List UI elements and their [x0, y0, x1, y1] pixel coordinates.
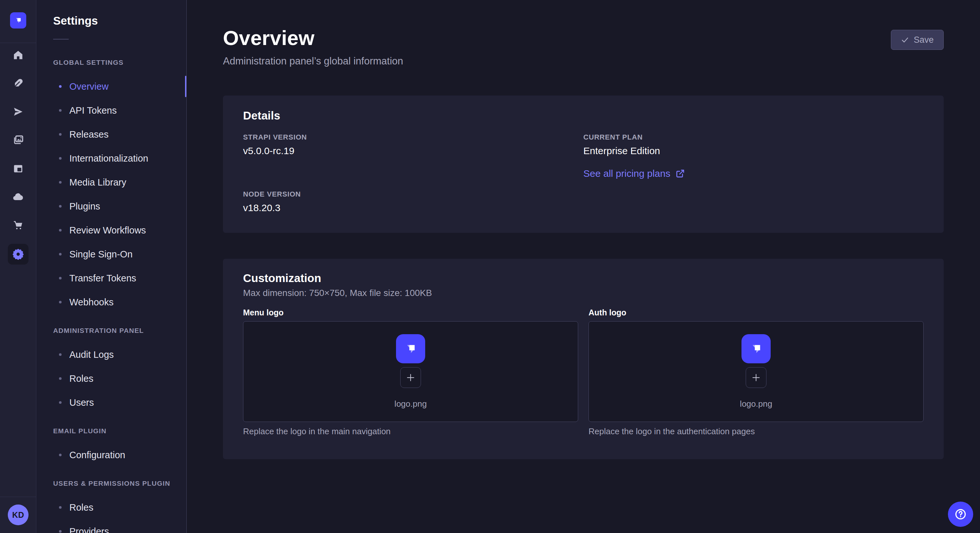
sidebar-item-internationalization[interactable]: Internationalization [36, 146, 186, 170]
pricing-plans-link[interactable]: See all pricing plans [583, 168, 670, 179]
sidebar-item-api-tokens[interactable]: API Tokens [36, 98, 186, 122]
logo-uploads-grid: Menu logo [243, 308, 924, 436]
save-button-label: Save [913, 35, 934, 45]
sidebar-item-admin-roles[interactable]: Roles [36, 366, 186, 390]
content-type-builder-layout-icon[interactable] [0, 159, 36, 178]
bullet-icon [59, 205, 62, 208]
bullet-icon [59, 181, 62, 184]
details-card-title: Details [243, 109, 924, 122]
auth-logo-caption: Replace the logo in the authentication p… [589, 427, 924, 436]
sidebar-item-label: Review Workflows [69, 225, 146, 236]
auth-logo-preview [741, 334, 771, 363]
current-plan-value: Enterprise Edition [583, 145, 924, 156]
icon-rail: KD [0, 0, 36, 533]
check-icon [901, 36, 909, 44]
sidebar-item-single-sign-on[interactable]: Single Sign-On [36, 242, 186, 266]
page-title: Overview [223, 28, 403, 48]
sidebar-item-label: Users [69, 397, 94, 408]
rail-divider [0, 43, 36, 43]
bullet-icon [59, 85, 62, 88]
strapi-version-field: STRAPI VERSION v5.0.0-rc.19 [243, 133, 583, 156]
settings-subnav: Settings GLOBAL SETTINGS Overview API To… [36, 0, 187, 533]
strapi-mark-icon [13, 16, 23, 25]
sidebar-item-overview[interactable]: Overview [36, 75, 186, 98]
current-plan-label: CURRENT PLAN [583, 133, 924, 141]
customization-card: Customization Max dimension: 750×750, Ma… [223, 259, 944, 459]
current-plan-field: CURRENT PLAN Enterprise Edition [583, 133, 924, 156]
pricing-plans-link-row[interactable]: See all pricing plans [583, 168, 924, 179]
sidebar-item-label: Overview [69, 81, 108, 92]
bullet-icon [59, 530, 62, 533]
strapi-admin-settings-page: KD Settings GLOBAL SETTINGS Overview API… [0, 0, 980, 533]
sidebar-item-label: Plugins [69, 201, 100, 212]
external-link-icon [676, 169, 685, 178]
sidebar-item-admin-users[interactable]: Users [36, 390, 186, 414]
user-avatar[interactable]: KD [8, 504, 29, 525]
strapi-mark-icon [748, 341, 764, 357]
node-version-field: NODE VERSION v18.20.3 [243, 190, 583, 213]
sidebar-item-transfer-tokens[interactable]: Transfer Tokens [36, 266, 186, 290]
bullet-icon [59, 506, 62, 509]
main-content: Overview Administration panel’s global i… [187, 0, 980, 533]
section-label-users-permissions-plugin: USERS & PERMISSIONS PLUGIN [36, 471, 186, 495]
bullet-icon [59, 109, 62, 112]
bullet-icon [59, 377, 62, 380]
sidebar-item-plugins[interactable]: Plugins [36, 194, 186, 218]
marketplace-cart-icon[interactable] [0, 216, 36, 235]
menu-logo-filename: logo.png [395, 399, 427, 409]
sidebar-item-label: Media Library [69, 177, 126, 188]
page-header-text: Overview Administration panel’s global i… [223, 28, 403, 67]
save-button[interactable]: Save [891, 30, 944, 50]
auth-logo-add-button[interactable] [746, 367, 767, 388]
settings-gear-active-tile[interactable] [8, 244, 29, 265]
details-grid: STRAPI VERSION v5.0.0-rc.19 NODE VERSION… [243, 133, 924, 213]
bullet-icon [59, 454, 62, 456]
content-feather-icon[interactable] [0, 73, 36, 93]
page-subtitle: Administration panel’s global informatio… [223, 56, 403, 67]
subnav-title-divider [53, 39, 69, 40]
bullet-icon [59, 253, 62, 255]
section-label-administration-panel: ADMINISTRATION PANEL [36, 319, 186, 343]
sidebar-item-label: Internationalization [69, 153, 148, 164]
sidebar-item-review-workflows[interactable]: Review Workflows [36, 218, 186, 242]
sidebar-item-media-library[interactable]: Media Library [36, 170, 186, 194]
sidebar-item-email-configuration[interactable]: Configuration [36, 443, 186, 467]
media-library-icon[interactable] [0, 130, 36, 150]
sidebar-item-releases[interactable]: Releases [36, 122, 186, 146]
node-version-value: v18.20.3 [243, 202, 583, 213]
email-plugin-list: Configuration [36, 443, 186, 467]
cloud-icon[interactable] [0, 187, 36, 206]
sidebar-item-up-providers[interactable]: Providers [36, 519, 186, 533]
sidebar-item-label: Configuration [69, 450, 126, 460]
strapi-version-value: v5.0.0-rc.19 [243, 145, 583, 156]
sidebar-item-label: Webhooks [69, 297, 114, 308]
help-button[interactable] [948, 501, 973, 527]
section-label-global-settings: GLOBAL SETTINGS [36, 51, 186, 75]
bullet-icon [59, 353, 62, 356]
bullet-icon [59, 301, 62, 303]
sidebar-item-audit-logs[interactable]: Audit Logs [36, 343, 186, 366]
releases-send-icon[interactable] [0, 102, 36, 121]
menu-logo-upload-box[interactable]: logo.png [243, 321, 578, 422]
menu-logo-add-button[interactable] [400, 367, 421, 388]
plus-icon [751, 373, 761, 382]
customization-card-title: Customization [243, 272, 924, 285]
menu-logo-caption: Replace the logo in the main navigation [243, 427, 578, 436]
node-version-label: NODE VERSION [243, 190, 583, 198]
strapi-logo-button[interactable] [10, 12, 26, 29]
sidebar-item-up-roles[interactable]: Roles [36, 495, 186, 519]
section-label-email-plugin: EMAIL PLUGIN [36, 419, 186, 443]
gear-icon [12, 248, 24, 260]
subnav-header: Settings [36, 0, 186, 51]
auth-logo-filename: logo.png [740, 399, 772, 409]
home-icon[interactable] [0, 45, 36, 65]
bullet-icon [59, 133, 62, 136]
sidebar-item-webhooks[interactable]: Webhooks [36, 290, 186, 314]
sidebar-item-label: API Tokens [69, 105, 117, 116]
menu-logo-label: Menu logo [243, 308, 578, 317]
page-header: Overview Administration panel’s global i… [223, 0, 944, 67]
sidebar-item-label: Roles [69, 502, 93, 513]
administration-panel-list: Audit Logs Roles Users [36, 343, 186, 414]
details-right-column: CURRENT PLAN Enterprise Edition See all … [583, 133, 924, 213]
auth-logo-upload-box[interactable]: logo.png [589, 321, 924, 422]
